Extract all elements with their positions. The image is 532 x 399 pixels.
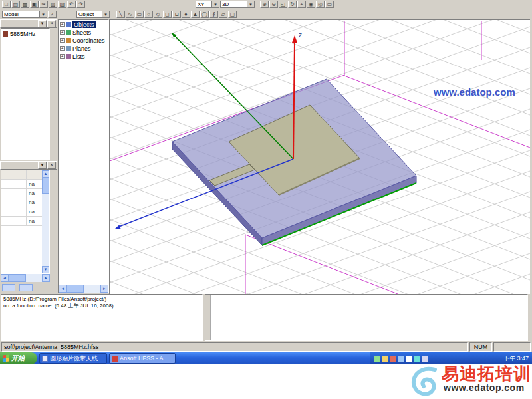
- pan-view-button[interactable]: +: [297, 1, 306, 8]
- scroll-track[interactable]: [42, 178, 49, 266]
- property-value-cell[interactable]: na: [27, 181, 42, 187]
- project-tree-item[interactable]: 5885MHz: [1, 29, 49, 39]
- scroll-up-button[interactable]: ▲: [42, 170, 49, 178]
- selection-mode-combo[interactable]: Model ▾: [2, 11, 47, 18]
- zoom-out-button[interactable]: ⊖: [269, 1, 278, 8]
- tray-icon[interactable]: [422, 356, 428, 362]
- project-panel-titlebar[interactable]: ▾ ×: [0, 19, 57, 28]
- collapse-icon[interactable]: ▾: [38, 20, 47, 27]
- taskbar-task-document[interactable]: 圆形贴片微带天线: [39, 353, 107, 364]
- open-button[interactable]: ▤: [11, 1, 20, 8]
- render-mode-button[interactable]: ▭: [325, 1, 334, 8]
- tree-item-label[interactable]: Sheets: [72, 29, 91, 36]
- tree-hscrollbar[interactable]: ◄ ►: [59, 285, 108, 293]
- zoom-in-button[interactable]: ⊕: [260, 1, 269, 8]
- draw-cone-button[interactable]: ▲: [191, 11, 200, 18]
- tray-icon[interactable]: [398, 356, 404, 362]
- tree-item-label[interactable]: Coordinates: [72, 37, 105, 44]
- properties-panel-titlebar[interactable]: ▾ ×: [0, 161, 57, 170]
- save-button[interactable]: ▦: [21, 1, 29, 8]
- fit-view-button[interactable]: ◱: [279, 1, 287, 8]
- expand-icon[interactable]: +: [60, 30, 65, 35]
- undo-button[interactable]: ↶: [67, 1, 76, 8]
- select-type-combo[interactable]: Object ▾: [76, 11, 110, 18]
- draw-line-button[interactable]: ╲: [116, 11, 125, 18]
- scroll-left-button[interactable]: ◄: [59, 285, 66, 293]
- tree-item-coordinates[interactable]: + Coordinates: [60, 37, 108, 44]
- view-front-button[interactable]: ◉: [307, 1, 315, 8]
- dock-tab[interactable]: [2, 284, 15, 291]
- copy-button[interactable]: ▨: [49, 1, 57, 8]
- draw-cylinder-button[interactable]: ⊔: [172, 11, 181, 18]
- print-button[interactable]: ▣: [30, 1, 39, 8]
- panel-grip[interactable]: [205, 295, 211, 340]
- draw-spline-button[interactable]: ∿: [126, 11, 134, 18]
- property-value-cell[interactable]: na: [27, 190, 42, 196]
- drawing-plane-combo[interactable]: XY ▾: [196, 1, 219, 8]
- tree-item-planes[interactable]: + Planes: [60, 45, 108, 52]
- property-value-cell[interactable]: na: [27, 200, 42, 205]
- redo-button[interactable]: ↷: [76, 1, 85, 8]
- expand-icon[interactable]: +: [60, 54, 65, 59]
- tray-icon[interactable]: [406, 356, 412, 362]
- scroll-thumb[interactable]: [42, 178, 49, 194]
- property-row[interactable]: na: [1, 198, 42, 207]
- taskbar-task-hfss[interactable]: Ansoft HFSS - A...: [109, 353, 176, 364]
- property-row[interactable]: na: [1, 180, 42, 189]
- collapse-icon[interactable]: ▾: [38, 162, 47, 169]
- draw-helix-button[interactable]: ∮: [209, 11, 218, 18]
- chevron-down-icon[interactable]: ▾: [39, 11, 47, 17]
- validate-button[interactable]: ✓: [48, 11, 57, 18]
- 3d-modeler-viewport[interactable]: z: [109, 19, 530, 294]
- close-icon[interactable]: ×: [47, 162, 56, 169]
- draw-sphere-button[interactable]: ●: [182, 11, 190, 18]
- start-button[interactable]: 开始: [0, 352, 37, 364]
- scroll-down-button[interactable]: ▼: [42, 266, 49, 273]
- property-row[interactable]: na: [1, 217, 42, 226]
- cut-button[interactable]: ✂: [39, 1, 48, 8]
- movement-mode-combo[interactable]: 3D ▾: [220, 1, 255, 8]
- rotate-view-button[interactable]: ↻: [288, 1, 297, 8]
- tray-icon[interactable]: [414, 356, 420, 362]
- draw-box-button[interactable]: ◻: [163, 11, 172, 18]
- new-button[interactable]: □: [2, 1, 11, 8]
- dock-tab[interactable]: [19, 284, 33, 291]
- tree-item-lists[interactable]: + Lists: [60, 53, 108, 60]
- chevron-down-icon[interactable]: ▾: [211, 1, 219, 7]
- scroll-left-button[interactable]: ◄: [1, 274, 9, 282]
- tray-icon[interactable]: [390, 356, 396, 362]
- draw-plane-button[interactable]: ▢: [228, 11, 237, 18]
- tray-icon[interactable]: [382, 356, 388, 362]
- scroll-thumb[interactable]: [9, 274, 26, 282]
- expand-icon[interactable]: +: [60, 22, 65, 27]
- tray-icon[interactable]: [374, 356, 380, 362]
- expand-icon[interactable]: +: [60, 38, 65, 43]
- draw-ellipse-button[interactable]: ○: [144, 11, 153, 18]
- tree-item-label[interactable]: Objects: [72, 21, 96, 28]
- property-row[interactable]: na: [1, 189, 42, 198]
- draw-rectangle-button[interactable]: ▭: [135, 11, 144, 18]
- property-row[interactable]: na: [1, 207, 42, 217]
- tree-item-objects[interactable]: + Objects: [60, 21, 108, 28]
- properties-hscrollbar[interactable]: ◄ ►: [1, 274, 50, 282]
- paste-button[interactable]: ▧: [58, 1, 66, 8]
- scroll-track[interactable]: [66, 285, 100, 293]
- scroll-right-button[interactable]: ►: [100, 285, 108, 293]
- properties-vscrollbar[interactable]: ▲ ▼: [42, 170, 49, 273]
- property-value-cell[interactable]: na: [27, 218, 42, 224]
- tree-item-label[interactable]: Planes: [72, 45, 91, 52]
- close-icon[interactable]: ×: [47, 20, 56, 27]
- scroll-right-button[interactable]: ►: [42, 274, 50, 282]
- tree-item-sheets[interactable]: + Sheets: [60, 29, 108, 36]
- draw-sweep-button[interactable]: ▱: [219, 11, 227, 18]
- chevron-down-icon[interactable]: ▾: [102, 11, 109, 17]
- scroll-thumb[interactable]: [66, 285, 84, 293]
- expand-icon[interactable]: +: [60, 46, 65, 51]
- property-value-cell[interactable]: na: [27, 209, 42, 215]
- tree-item-label[interactable]: Lists: [72, 53, 85, 60]
- chevron-down-icon[interactable]: ▾: [247, 1, 254, 7]
- scroll-track[interactable]: [9, 274, 42, 282]
- project-name-label[interactable]: 5885MHz: [10, 31, 36, 37]
- draw-polygon-button[interactable]: ◇: [154, 11, 162, 18]
- view-iso-button[interactable]: ◎: [316, 1, 325, 8]
